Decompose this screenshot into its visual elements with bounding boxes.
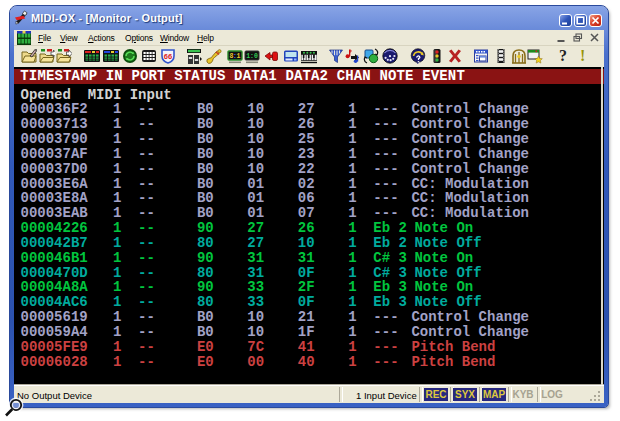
svg-text:66: 66 — [164, 52, 172, 61]
svg-text:1: 1 — [237, 52, 241, 59]
svg-text:1:0: 1:0 — [246, 52, 258, 59]
